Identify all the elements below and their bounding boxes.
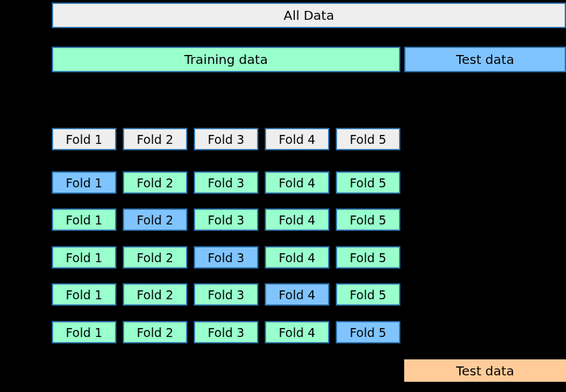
fold-cell: Fold 3 bbox=[194, 171, 258, 194]
fold-cell: Fold 4 bbox=[265, 246, 329, 269]
fold-cell: Fold 3 bbox=[194, 208, 258, 231]
split-row-2: Fold 1 Fold 2 Fold 3 Fold 4 Fold 5 bbox=[52, 208, 400, 231]
fold-header-row: Fold 1 Fold 2 Fold 3 Fold 4 Fold 5 bbox=[52, 128, 400, 150]
fold-cell: Fold 5 bbox=[336, 246, 400, 269]
fold-cell: Fold 4 bbox=[265, 321, 329, 343]
fold-cell: Fold 2 bbox=[123, 321, 187, 343]
fold-cell: Fold 3 bbox=[194, 321, 258, 343]
fold-cell: Fold 1 bbox=[52, 208, 116, 231]
fold-cell: Fold 2 bbox=[123, 171, 187, 194]
final-test-data-box: Test data bbox=[404, 359, 566, 382]
split-row-1: Fold 1 Fold 2 Fold 3 Fold 4 Fold 5 bbox=[52, 171, 400, 194]
fold-cell: Fold 4 bbox=[265, 208, 329, 231]
fold-cell: Fold 2 bbox=[123, 208, 187, 231]
fold-cell: Fold 1 bbox=[52, 321, 116, 343]
split-row-4: Fold 1 Fold 2 Fold 3 Fold 4 Fold 5 bbox=[52, 283, 400, 306]
fold-cell: Fold 1 bbox=[52, 283, 116, 306]
fold-cell: Fold 5 bbox=[336, 208, 400, 231]
fold-cell: Fold 2 bbox=[123, 246, 187, 269]
fold-cell: Fold 4 bbox=[265, 283, 329, 306]
fold-header-cell: Fold 5 bbox=[336, 128, 400, 150]
fold-cell: Fold 2 bbox=[123, 283, 187, 306]
fold-cell: Fold 5 bbox=[336, 321, 400, 343]
all-data-box: All Data bbox=[52, 3, 566, 28]
fold-cell: Fold 5 bbox=[336, 171, 400, 194]
fold-cell: Fold 1 bbox=[52, 171, 116, 194]
fold-cell: Fold 5 bbox=[336, 283, 400, 306]
fold-header-cell: Fold 1 bbox=[52, 128, 116, 150]
fold-cell: Fold 3 bbox=[194, 283, 258, 306]
fold-cell: Fold 1 bbox=[52, 246, 116, 269]
training-data-box: Training data bbox=[52, 47, 400, 72]
split-row-3: Fold 1 Fold 2 Fold 3 Fold 4 Fold 5 bbox=[52, 246, 400, 269]
fold-cell: Fold 4 bbox=[265, 171, 329, 194]
fold-cell: Fold 3 bbox=[194, 246, 258, 269]
fold-header-cell: Fold 3 bbox=[194, 128, 258, 150]
fold-header-cell: Fold 2 bbox=[123, 128, 187, 150]
fold-header-cell: Fold 4 bbox=[265, 128, 329, 150]
split-row-5: Fold 1 Fold 2 Fold 3 Fold 4 Fold 5 bbox=[52, 321, 400, 343]
test-data-box: Test data bbox=[404, 47, 566, 72]
